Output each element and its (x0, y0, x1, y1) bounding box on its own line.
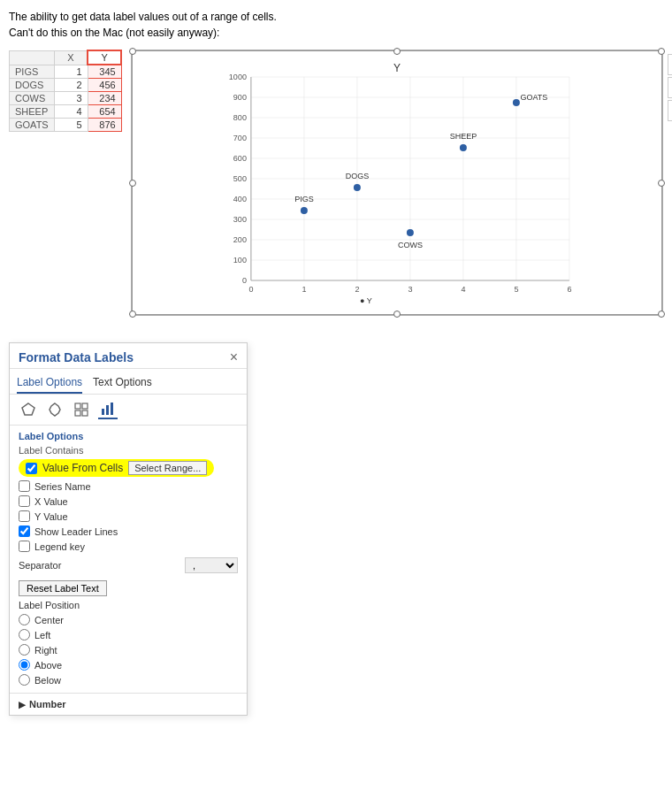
chart-svg: Y 0 100 200 300 (139, 58, 655, 305)
legend-key-row[interactable]: Legend key (19, 539, 238, 554)
spreadsheet: X Y PIGS 1 345 DOGS 2 456 COWS 3 (9, 50, 122, 316)
legend-key-checkbox[interactable] (19, 541, 30, 552)
table-row: COWS 3 234 (10, 92, 122, 105)
data-table: X Y PIGS 1 345 DOGS 2 456 COWS 3 (9, 50, 122, 132)
pentagon-icon-btn[interactable] (19, 400, 38, 419)
grid-icon-btn[interactable] (72, 400, 91, 419)
number-section[interactable]: ▶ Number (10, 693, 247, 715)
table-row: GOATS 5 876 (10, 119, 122, 132)
handle-tc[interactable] (393, 48, 401, 55)
separator-select[interactable]: , ; (185, 557, 238, 573)
svg-rect-44 (102, 409, 104, 415)
chart-legend: ● Y (360, 296, 372, 305)
svg-text:900: 900 (233, 93, 247, 102)
chart-add-button[interactable]: + (668, 54, 672, 75)
svg-text:100: 100 (233, 256, 247, 265)
point-pigs (301, 207, 308, 214)
value-from-cells-label: Value From Cells (42, 462, 123, 474)
cell-goats-y: 876 (88, 119, 121, 132)
position-below-radio[interactable] (19, 674, 30, 686)
cell-pigs-x: 1 (54, 65, 88, 79)
tab-text-options[interactable]: Text Options (93, 372, 152, 394)
label-options-section: Label Options Label Contains Value From … (10, 426, 247, 693)
series-name-checkbox[interactable] (19, 480, 30, 492)
y-value-checkbox[interactable] (19, 510, 30, 522)
position-left-label: Left (34, 630, 50, 640)
tab-label-options[interactable]: Label Options (17, 372, 82, 394)
section-title-label-options: Label Options (19, 431, 238, 441)
panel-title: Format Data Labels (19, 350, 134, 364)
number-section-label: Number (29, 699, 66, 709)
format-data-labels-panel: Format Data Labels × Label Options Text … (9, 342, 248, 716)
position-left-radio[interactable] (19, 629, 30, 640)
cell-sheep-x: 4 (54, 105, 88, 119)
handle-mr[interactable] (658, 180, 665, 187)
label-cows: COWS (398, 241, 423, 249)
svg-rect-43 (82, 410, 88, 416)
label-contains-title: Label Contains (19, 445, 238, 456)
y-value-label: Y Value (34, 511, 68, 522)
position-center-radio[interactable] (19, 614, 30, 625)
separator-row: Separator , ; (19, 554, 238, 577)
position-above-label: Above (34, 660, 62, 671)
data-points: PIGS DOGS COWS SHEEP GOATS (294, 93, 547, 249)
position-right-radio[interactable] (19, 644, 30, 656)
handle-tr[interactable] (658, 48, 665, 55)
series-name-label: Series Name (34, 481, 91, 492)
svg-rect-46 (111, 403, 113, 415)
value-from-cells-checkbox[interactable] (26, 463, 37, 474)
svg-text:2: 2 (355, 285, 360, 294)
y-value-row[interactable]: Y Value (19, 509, 238, 524)
section-divider (0, 316, 672, 334)
show-leader-lines-checkbox[interactable] (19, 525, 30, 537)
chart-filter-button[interactable]: ▼ (668, 100, 672, 121)
x-value-row[interactable]: X Value (19, 494, 238, 509)
row-header-empty (10, 50, 55, 65)
select-range-button[interactable]: Select Range... (128, 461, 207, 475)
series-name-row[interactable]: Series Name (19, 479, 238, 494)
row-label-cows: COWS (10, 92, 55, 105)
svg-rect-42 (75, 410, 80, 416)
svg-text:5: 5 (515, 285, 519, 294)
handle-ml[interactable] (129, 180, 136, 187)
svg-text:500: 500 (233, 174, 247, 183)
table-row: SHEEP 4 654 (10, 105, 122, 119)
label-dogs: DOGS (346, 172, 370, 180)
col-x-header: X (54, 50, 88, 65)
separator-label: Separator (19, 560, 61, 571)
svg-text:3: 3 (409, 285, 413, 294)
point-sheep (460, 144, 467, 151)
position-left-row[interactable]: Left (19, 627, 238, 642)
label-position-title: Label Position (19, 600, 238, 610)
svg-text:200: 200 (233, 235, 247, 244)
x-axis-labels: 0 1 2 3 4 5 6 (249, 77, 572, 294)
svg-text:1: 1 (302, 285, 307, 294)
row-label-dogs: DOGS (10, 79, 55, 92)
reset-label-text-button[interactable]: Reset Label Text (19, 580, 107, 596)
position-above-row[interactable]: Above (19, 657, 238, 672)
chart-style-button[interactable]: ✎ (668, 77, 672, 98)
position-above-radio[interactable] (19, 659, 30, 671)
x-value-checkbox[interactable] (19, 495, 30, 507)
description-section: The ability to get data label values out… (0, 0, 672, 41)
bar-chart-icon-btn[interactable] (98, 400, 118, 419)
svg-text:4: 4 (462, 285, 466, 294)
chart-title: Y (393, 62, 401, 74)
position-below-row[interactable]: Below (19, 672, 238, 687)
row-label-pigs: PIGS (10, 65, 55, 79)
cell-dogs-y: 456 (88, 79, 121, 92)
panel-close-button[interactable]: × (230, 350, 238, 364)
table-row: PIGS 1 345 (10, 65, 122, 79)
position-center-row[interactable]: Center (19, 612, 238, 627)
position-right-row[interactable]: Right (19, 642, 238, 657)
cell-cows-x: 3 (54, 92, 88, 105)
position-center-label: Center (34, 615, 64, 625)
x-value-label: X Value (34, 496, 68, 507)
handle-tl[interactable] (129, 48, 136, 55)
description-text: The ability to get data label values out… (9, 9, 663, 41)
number-collapse-arrow: ▶ (19, 700, 26, 709)
shape-icon-btn[interactable] (45, 400, 65, 419)
panel-icons-row (10, 395, 247, 426)
col-y-header: Y (88, 50, 121, 65)
show-leader-lines-row[interactable]: Show Leader Lines (19, 524, 238, 539)
